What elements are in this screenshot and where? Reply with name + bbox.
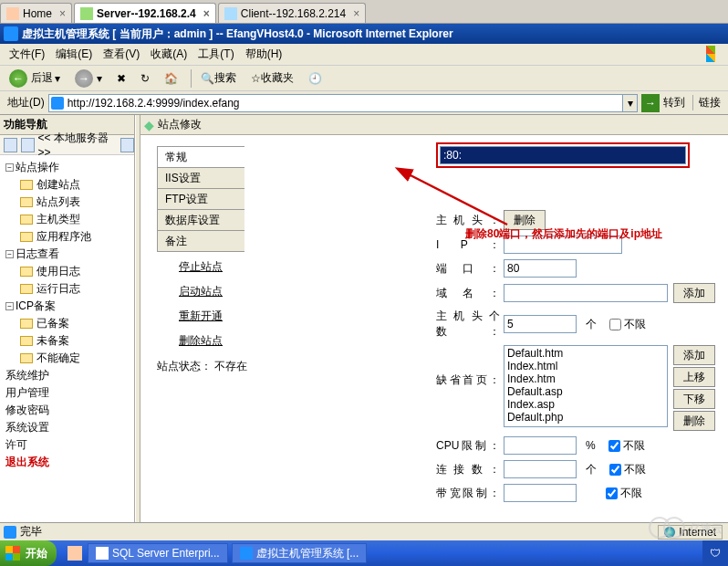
action-reopen-site[interactable]: 重新开通 xyxy=(157,304,244,329)
tab-remark[interactable]: 备注 xyxy=(157,230,244,252)
action-start-site[interactable]: 启动站点 xyxy=(157,279,244,304)
conn-unlimited-checkbox[interactable] xyxy=(609,464,621,476)
action-delete-site[interactable]: 删除站点 xyxy=(157,329,244,353)
history-button[interactable]: 🕘 xyxy=(303,70,328,87)
forward-button[interactable]: → ▾ xyxy=(69,68,108,89)
taskbar: 开始 SQL Server Enterpri... 虚拟主机管理系统 [... … xyxy=(0,540,728,566)
list-item[interactable]: Default.php xyxy=(505,411,666,424)
menu-help[interactable]: 帮助(H) xyxy=(240,47,288,62)
tree-item-icp-not[interactable]: 未备案 xyxy=(2,332,132,350)
tree-item-site-list[interactable]: 站点列表 xyxy=(2,194,132,211)
ie-icon xyxy=(240,547,253,560)
stop-button[interactable]: ✖ xyxy=(111,70,131,87)
menu-view[interactable]: 查看(V) xyxy=(98,47,145,62)
tree-item-run-log[interactable]: 运行日志 xyxy=(2,280,132,298)
nav-item-syssettings[interactable]: 系统设置 xyxy=(2,419,132,436)
nav-item-changepwd[interactable]: 修改密码 xyxy=(2,402,132,419)
tree-group-site-ops[interactable]: −站点操作 xyxy=(2,159,132,176)
links-label[interactable]: 链接 xyxy=(692,95,721,110)
cpu-input[interactable] xyxy=(504,436,577,455)
content-header: ◆ 站点修改 xyxy=(140,115,728,135)
tree-item-create-site[interactable]: 创建站点 xyxy=(2,176,132,194)
start-button[interactable]: 开始 xyxy=(0,540,57,566)
menu-tools[interactable]: 工具(T) xyxy=(192,47,239,62)
cpu-unlimited-checkbox[interactable] xyxy=(608,440,620,452)
tree-item-icp-unknown[interactable]: 不能确定 xyxy=(2,350,132,367)
list-item[interactable]: Default.asp xyxy=(505,385,666,398)
tab-general[interactable]: 常规 xyxy=(157,146,244,168)
default-pages-listbox[interactable]: Default.htm Index.html Index.htm Default… xyxy=(504,345,668,427)
tree-collapse-button[interactable] xyxy=(21,138,35,152)
content-body: 常规 IIS设置 FTP设置 数据库设置 备注 停止站点 启动站点 重新开通 删… xyxy=(140,135,728,522)
add-domain-button[interactable]: 添加 xyxy=(673,283,715,303)
url-dropdown[interactable]: ▾ xyxy=(623,94,638,112)
go-button[interactable]: → xyxy=(641,94,660,112)
nav-item-usermgmt[interactable]: 用户管理 xyxy=(2,384,132,402)
highlight-box xyxy=(436,142,690,168)
favorites-button[interactable]: ☆ 收藏夹 xyxy=(245,68,299,88)
refresh-button[interactable]: ↻ xyxy=(135,70,155,87)
tree-item-icp-done[interactable]: 已备案 xyxy=(2,315,132,332)
tab-db[interactable]: 数据库设置 xyxy=(157,209,244,231)
tab-label: Home xyxy=(23,7,52,20)
status-bar: 完毕 Internet xyxy=(0,522,728,540)
nav-item-license[interactable]: 许可 xyxy=(2,436,132,454)
taskbar-item-vhost[interactable]: 虚拟主机管理系统 [... xyxy=(232,543,368,563)
tree-item-host-type[interactable]: 主机类型 xyxy=(2,211,132,228)
search-button[interactable]: 🔍 搜索 xyxy=(195,68,242,88)
menu-file[interactable]: 文件(F) xyxy=(4,47,50,62)
list-item[interactable]: Default.htm xyxy=(505,347,666,360)
site-status-row: 站点状态： 不存在 xyxy=(157,359,244,374)
list-item[interactable]: Index.html xyxy=(505,360,666,372)
tree-item-app-pool[interactable]: 应用程序池 xyxy=(2,228,132,246)
home-button[interactable]: 🏠 xyxy=(159,70,183,87)
move-up-button[interactable]: 上移 xyxy=(673,367,715,387)
bandwidth-label: 带宽限制： xyxy=(436,486,500,501)
tray-icon[interactable]: 🛡 xyxy=(710,547,721,560)
quicklaunch-icon[interactable] xyxy=(68,546,82,561)
menu-edit[interactable]: 编辑(E) xyxy=(50,47,98,62)
close-icon[interactable]: × xyxy=(353,7,359,20)
list-item[interactable]: Index.htm xyxy=(505,372,666,385)
move-down-button[interactable]: 下移 xyxy=(673,389,715,409)
bandwidth-input[interactable] xyxy=(504,484,577,502)
forward-arrow-icon: → xyxy=(75,69,93,88)
system-tray[interactable]: 🛡 xyxy=(702,540,728,566)
tab-label: Server--192.168.2.4 xyxy=(97,7,196,20)
address-label: 地址(D) xyxy=(7,95,45,110)
host-count-input[interactable] xyxy=(504,315,577,333)
tree-item-usage-log[interactable]: 使用日志 xyxy=(2,263,132,280)
nav-tree: −站点操作 创建站点 站点列表 主机类型 应用程序池 −日志查看 使用日志 运行… xyxy=(0,155,134,522)
url-input[interactable]: http://192.168.2.4:9999/index.efang xyxy=(48,94,623,112)
tab-iis[interactable]: IIS设置 xyxy=(157,167,244,189)
taskbar-item-sql[interactable]: SQL Server Enterpri... xyxy=(88,543,228,563)
close-icon[interactable]: × xyxy=(203,7,210,20)
host-count-label: 主机头个数： xyxy=(436,309,500,340)
default-delete-button[interactable]: 删除 xyxy=(673,411,715,431)
default-add-button[interactable]: 添加 xyxy=(673,345,715,365)
back-button[interactable]: ← 后退 ▾ xyxy=(4,68,66,89)
menu-favorites[interactable]: 收藏(A) xyxy=(145,47,192,62)
bw-unlimited-checkbox[interactable] xyxy=(606,487,618,499)
close-icon[interactable]: × xyxy=(59,7,66,20)
browser-tab-server[interactable]: Server--192.168.2.4 × xyxy=(74,3,216,23)
form-area: 主机头： 删除 I P ： 端口： 域名： 添加 主机头个数： xyxy=(436,142,728,508)
domain-input[interactable] xyxy=(504,284,668,302)
tree-refresh-button[interactable] xyxy=(120,138,134,152)
nav-item-exit[interactable]: 退出系统 xyxy=(2,454,132,471)
browser-tab-client[interactable]: Client--192.168.2.214 × xyxy=(218,3,366,23)
globe-icon xyxy=(664,527,675,538)
tree-group-logs[interactable]: −日志查看 xyxy=(2,246,132,263)
tree-expand-button[interactable] xyxy=(4,138,17,152)
port-input[interactable] xyxy=(504,259,577,278)
tab-ftp[interactable]: FTP设置 xyxy=(157,188,244,210)
browser-tab-home[interactable]: Home × xyxy=(0,3,72,23)
connections-input[interactable] xyxy=(504,460,577,478)
tree-group-icp[interactable]: −ICP备案 xyxy=(2,298,132,315)
nav-item-sysmaint[interactable]: 系统维护 xyxy=(2,367,132,384)
domain-label: 域名： xyxy=(436,286,500,301)
host-count-unlimited-checkbox[interactable] xyxy=(609,319,621,330)
list-item[interactable]: Index.asp xyxy=(505,398,666,411)
host-header-input[interactable] xyxy=(440,146,686,164)
action-stop-site[interactable]: 停止站点 xyxy=(157,255,244,279)
